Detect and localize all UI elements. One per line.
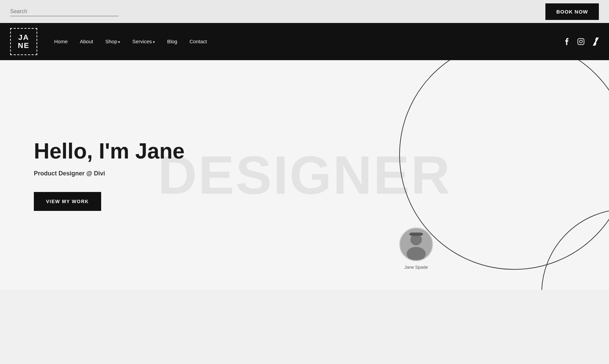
search-input[interactable] (10, 7, 118, 16)
nav-social (564, 38, 599, 46)
svg-rect-8 (410, 233, 423, 236)
nav-link-blog[interactable]: Blog (167, 39, 177, 44)
top-bar: BOOK NOW (0, 0, 609, 23)
svg-rect-0 (578, 39, 584, 45)
logo-line2: NE (18, 42, 30, 50)
nav-item-home[interactable]: Home (54, 39, 68, 45)
nav-link-home[interactable]: Home (54, 39, 68, 44)
hero-section: DESIGNER Hello, I'm Jane Product Designe… (0, 60, 609, 290)
nav-link-services[interactable]: Services (132, 39, 155, 44)
svg-marker-3 (593, 38, 599, 46)
nav-item-shop[interactable]: Shop (105, 39, 120, 45)
nav-link-about[interactable]: About (80, 39, 93, 44)
hero-content: Hello, I'm Jane Product Designer @ Divi … (0, 112, 212, 238)
nav-left: JA NE Home About Shop Services Blog Cont… (10, 28, 207, 55)
svg-point-6 (407, 247, 426, 260)
avatar-name: Jane Spade (404, 265, 428, 270)
svg-point-2 (582, 40, 583, 40)
svg-point-1 (580, 40, 582, 43)
view-work-button[interactable]: VIEW MY WORK (34, 192, 101, 211)
facebook-icon[interactable] (564, 38, 569, 45)
nav-item-services[interactable]: Services (132, 39, 155, 45)
search-container (10, 7, 118, 16)
avatar (399, 227, 433, 261)
deviantart-icon[interactable] (593, 38, 599, 46)
nav-item-contact[interactable]: Contact (189, 39, 207, 45)
nav-item-blog[interactable]: Blog (167, 39, 177, 45)
book-now-button[interactable]: BOOK NOW (545, 3, 599, 20)
nav-link-shop[interactable]: Shop (105, 39, 120, 44)
nav-item-about[interactable]: About (80, 39, 93, 45)
instagram-icon[interactable] (577, 38, 585, 45)
nav-link-contact[interactable]: Contact (189, 39, 207, 44)
nav-bar: JA NE Home About Shop Services Blog Cont… (0, 23, 609, 60)
avatar-container: Jane Spade (399, 227, 433, 270)
nav-links: Home About Shop Services Blog Contact (54, 39, 207, 45)
hero-greeting: Hello, I'm Jane (34, 139, 185, 163)
logo-line1: JA (18, 33, 30, 42)
hero-subtitle: Product Designer @ Divi (34, 170, 185, 177)
site-logo[interactable]: JA NE (10, 28, 37, 55)
